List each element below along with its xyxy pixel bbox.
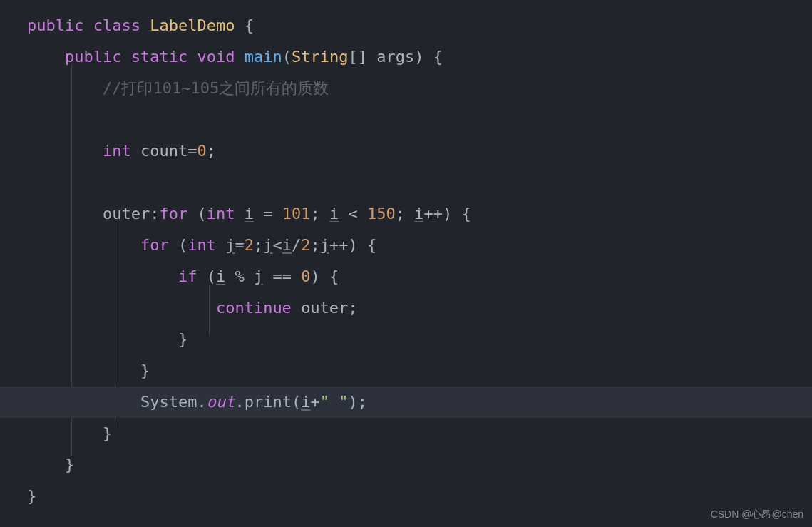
operator: =	[235, 236, 244, 254]
code-line[interactable]: if (i % j == 0) {	[27, 261, 812, 292]
operator: ++	[423, 205, 443, 222]
operator: =	[254, 205, 282, 222]
code-line[interactable]: continue outer;	[27, 292, 812, 324]
operator: %	[225, 267, 254, 285]
label-ref: outer	[301, 299, 348, 317]
paren: (	[292, 393, 301, 411]
brace: }	[27, 487, 36, 505]
param: args	[376, 48, 414, 66]
operator: =	[187, 142, 197, 160]
semicolon: ;	[396, 205, 405, 222]
method: print	[245, 393, 292, 411]
brace: {	[245, 16, 254, 34]
variable: i	[282, 236, 292, 254]
field: out	[207, 393, 235, 411]
operator: ++	[329, 236, 349, 254]
variable: j	[320, 236, 329, 254]
watermark: CSDN @心昂@chen	[711, 508, 803, 521]
operator: +	[310, 393, 319, 411]
paren: )	[348, 236, 357, 254]
paren: (	[207, 267, 216, 285]
string: " "	[320, 393, 349, 411]
brace: {	[329, 267, 339, 285]
semicolon: ;	[207, 142, 216, 160]
keyword: for	[140, 236, 169, 254]
semicolon: ;	[310, 205, 319, 222]
paren: )	[414, 48, 423, 66]
brackets: []	[348, 48, 367, 66]
brace: {	[433, 48, 443, 66]
keyword: public	[27, 16, 83, 34]
number: 0	[301, 267, 310, 285]
keyword: if	[178, 267, 197, 285]
code-line[interactable]: public class LabelDemo {	[27, 10, 812, 41]
brace: {	[367, 236, 376, 254]
code-line[interactable]	[27, 104, 812, 135]
brace: }	[65, 456, 74, 474]
number: 101	[282, 205, 311, 222]
code-line[interactable]: }	[27, 481, 812, 512]
function-name: main	[245, 48, 282, 66]
code-line[interactable]	[27, 167, 812, 198]
class-name: LabelDemo	[150, 16, 235, 34]
code-line[interactable]: }	[27, 449, 812, 481]
type: String	[292, 48, 348, 66]
paren: )	[348, 393, 357, 411]
variable: j	[225, 236, 235, 254]
class-ref: System	[140, 393, 197, 411]
semicolon: ;	[254, 236, 263, 254]
paren: (	[197, 205, 206, 222]
code-line[interactable]: }	[27, 324, 812, 355]
variable: j	[263, 236, 272, 254]
brace: }	[103, 424, 112, 442]
number: 2	[245, 236, 254, 254]
keyword: int	[103, 142, 131, 160]
variable: count	[140, 142, 187, 160]
brace: {	[461, 205, 471, 222]
paren: )	[310, 267, 319, 285]
paren: (	[178, 236, 187, 254]
semicolon: ;	[310, 236, 319, 254]
comment: //打印101~105之间所有的质数	[103, 79, 329, 97]
code-line[interactable]: outer:for (int i = 101; i < 150; i++) {	[27, 198, 812, 230]
keyword: public	[65, 48, 121, 66]
code-line[interactable]: }	[27, 355, 812, 387]
keyword: int	[187, 236, 216, 254]
keyword: class	[93, 16, 140, 34]
variable: i	[301, 393, 310, 411]
dot: .	[197, 393, 206, 411]
variable: i	[414, 205, 423, 222]
keyword: for	[159, 205, 187, 222]
keyword: static	[131, 48, 187, 66]
operator: <	[339, 205, 367, 222]
paren: (	[282, 48, 292, 66]
code-line[interactable]: //打印101~105之间所有的质数	[27, 73, 812, 104]
keyword: void	[197, 48, 235, 66]
variable: i	[329, 205, 339, 222]
code-editor[interactable]: public class LabelDemo { public static v…	[0, 0, 812, 512]
brace: }	[140, 362, 150, 379]
keyword: int	[207, 205, 235, 222]
colon: :	[150, 205, 159, 222]
number: 150	[367, 205, 396, 222]
keyword: continue	[216, 299, 292, 317]
variable: i	[216, 267, 225, 285]
operator: ==	[263, 267, 301, 285]
paren: )	[443, 205, 452, 222]
code-line[interactable]: for (int j=2;j<i/2;j++) {	[27, 230, 812, 261]
variable: i	[245, 205, 254, 222]
dot: .	[235, 393, 244, 411]
operator: <	[272, 236, 282, 254]
code-line[interactable]: }	[27, 418, 812, 449]
label: outer	[103, 205, 150, 222]
semicolon: ;	[348, 299, 357, 317]
operator: /	[292, 236, 301, 254]
number: 0	[197, 142, 206, 160]
variable: j	[254, 267, 263, 285]
number: 2	[301, 236, 310, 254]
brace: }	[178, 330, 187, 348]
semicolon: ;	[358, 393, 367, 411]
code-line[interactable]: int count=0;	[27, 135, 812, 167]
code-line-current[interactable]: 💡 System.out.print(i+" ");	[0, 387, 812, 418]
code-line[interactable]: public static void main(String[] args) {	[27, 41, 812, 73]
